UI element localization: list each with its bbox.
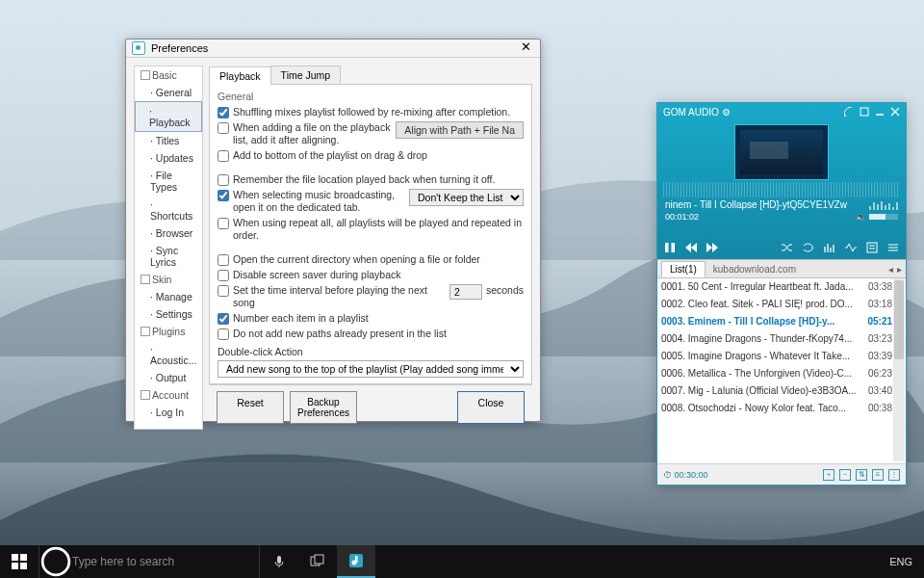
option-checkbox[interactable]	[218, 107, 229, 118]
sidebar-item-output[interactable]: · Output	[135, 369, 202, 386]
close-icon[interactable]: ✕	[517, 39, 534, 57]
svg-rect-13	[12, 563, 18, 569]
sidebar-item-settings[interactable]: · Settings	[135, 305, 202, 323]
option-checkbox[interactable]	[218, 150, 229, 162]
playlist-icon[interactable]	[886, 241, 900, 254]
sidebar-item-file-types[interactable]: · File Types	[135, 167, 202, 196]
list-icon[interactable]: ≡	[872, 469, 884, 481]
prev-button[interactable]	[684, 241, 698, 254]
effect-icon[interactable]	[844, 241, 858, 254]
option-checkbox[interactable]	[218, 313, 229, 325]
sidebar-item-sync-lyrics[interactable]: · Sync Lyrics	[135, 242, 202, 271]
sidebar-item-titles[interactable]: · Titles	[135, 132, 202, 149]
close-button[interactable]: Close	[457, 391, 525, 424]
sidebar-group-plugins[interactable]: Plugins	[135, 323, 202, 340]
close-icon[interactable]	[890, 107, 900, 117]
taskbar-search[interactable]: Type here to search	[38, 545, 260, 578]
interval-input[interactable]	[449, 284, 482, 300]
waveform	[663, 182, 900, 197]
option-label: Add to bottom of the playlist on drag & …	[233, 149, 524, 162]
backup-button[interactable]: Backup Preferences	[290, 391, 357, 424]
lyrics-icon[interactable]	[865, 241, 879, 254]
volume-slider[interactable]	[869, 214, 898, 220]
option-checkbox[interactable]	[218, 254, 229, 266]
option-label: When using repeat all, all playlists wil…	[233, 217, 524, 242]
pause-button[interactable]	[663, 241, 677, 254]
gom-statusbar: ⏱ 00:30:00 ＋ － ⇅ ≡ ⋮	[657, 463, 906, 485]
option-row: Number each item in a playlist	[218, 312, 524, 325]
eq-icon[interactable]	[823, 241, 836, 254]
sidebar-group-account[interactable]: Account	[135, 386, 202, 404]
minimize-icon[interactable]	[875, 107, 885, 117]
playlist-tab[interactable]: List(1)	[661, 261, 706, 277]
sidebar-item-browser[interactable]: · Browser	[135, 224, 202, 242]
playlist-next-icon[interactable]: ▸	[897, 264, 902, 275]
playlist-item[interactable]: 0005. Imagine Dragons - Whatever It Take…	[657, 348, 906, 365]
reset-button[interactable]: Reset	[217, 391, 284, 424]
playlist-scrollbar[interactable]	[893, 278, 905, 461]
playlist-item[interactable]: 0008. Otsochodzi - Nowy Kolor feat. Taco…	[657, 400, 906, 417]
cortana-icon[interactable]	[39, 545, 72, 578]
option-checkbox[interactable]	[218, 174, 229, 186]
option-checkbox[interactable]	[218, 122, 229, 134]
mic-icon[interactable]	[260, 545, 298, 578]
option-checkbox[interactable]	[218, 218, 229, 229]
sidebar-item-updates[interactable]: · Updates	[135, 149, 202, 167]
gom-taskbar-icon[interactable]	[337, 545, 375, 578]
playlist-item[interactable]: 0001. 50 Cent - Irregular Heartbeat ft. …	[657, 278, 906, 296]
taskview-icon[interactable]	[298, 545, 337, 578]
section-title: General	[218, 91, 524, 102]
playlist-item[interactable]: 0004. Imagine Dragons - Thunder-fKopy74.…	[657, 330, 906, 348]
tab-time-jump[interactable]: Time Jump	[270, 66, 342, 84]
preferences-options-area: General Shuffling mixes playlist followe…	[209, 85, 532, 384]
sidebar-item-playback[interactable]: · Playback	[135, 101, 202, 132]
sidebar-item-shortcuts[interactable]: · Shortcuts	[135, 196, 202, 224]
doubleclick-select[interactable]: Add new song to the top of the playlist …	[218, 360, 524, 378]
option-row: When using repeat all, all playlists wil…	[218, 217, 524, 242]
sidebar-item-manage[interactable]: · Manage	[135, 288, 202, 305]
sidebar-item-log-in[interactable]: · Log In	[135, 404, 202, 421]
player-controls	[657, 236, 906, 259]
sidebar-item-acoustic-[interactable]: · Acoustic...	[135, 340, 202, 369]
svg-rect-16	[277, 556, 281, 564]
playlist-item[interactable]: 0006. Metallica - The Unforgiven (Video)…	[657, 365, 906, 382]
menu-icon[interactable]: ⋮	[888, 469, 900, 481]
align-button[interactable]: Align with Path + File Na	[396, 121, 524, 139]
svg-rect-18	[315, 555, 323, 564]
option-row: Disable screen saver during playback	[218, 269, 524, 281]
option-label: Number each item in a playlist	[233, 312, 524, 325]
next-button[interactable]	[706, 241, 719, 254]
option-checkbox[interactable]	[218, 328, 229, 340]
option-label: Open the current directory when opening …	[233, 253, 524, 266]
playlist-prev-icon[interactable]: ◂	[888, 264, 893, 275]
sort-icon[interactable]: ⇅	[856, 469, 867, 481]
start-button[interactable]	[0, 545, 38, 578]
playlist-item[interactable]: 0002. Cleo feat. Sitek - PALI SIĘ! prod.…	[657, 296, 906, 313]
repeat-icon[interactable]	[802, 241, 815, 254]
svg-rect-5	[867, 243, 877, 252]
add-icon[interactable]: ＋	[823, 469, 834, 481]
sidebar-group-skin[interactable]: Skin	[135, 271, 202, 288]
volume-icon[interactable]: 🔈	[856, 212, 866, 222]
option-checkbox[interactable]	[218, 270, 229, 281]
playlist-header: List(1) kubadownload.com ◂ ▸	[657, 259, 906, 278]
playlist-item[interactable]: 0007. Mig - Lalunia (Official Video)-e3B…	[657, 382, 906, 400]
svg-point-0	[844, 115, 846, 117]
pin-icon[interactable]	[860, 107, 869, 117]
preferences-titlebar[interactable]: Preferences ✕	[126, 39, 540, 58]
option-row: Remember the file location played back w…	[218, 173, 524, 186]
remove-icon[interactable]: －	[839, 469, 851, 481]
option-checkbox[interactable]	[218, 190, 229, 201]
cast-icon[interactable]	[844, 107, 854, 117]
video-thumbnail[interactable]	[734, 124, 829, 180]
playlist-item[interactable]: 0003. Eminem - Till I Collapse [HD]-y...…	[657, 313, 906, 330]
gom-titlebar[interactable]: GOM AUDIO ⚙	[657, 103, 906, 120]
language-indicator[interactable]: ENG	[878, 556, 924, 567]
tab-playback[interactable]: Playback	[209, 66, 271, 85]
sidebar-item-general[interactable]: · General	[135, 84, 202, 101]
search-placeholder: Type here to search	[72, 555, 174, 568]
sidebar-group-basic[interactable]: Basic	[135, 66, 202, 84]
option-checkbox[interactable]	[218, 285, 229, 297]
broadcast-select[interactable]: Don't Keep the List	[409, 189, 524, 206]
shuffle-icon[interactable]	[781, 241, 794, 254]
